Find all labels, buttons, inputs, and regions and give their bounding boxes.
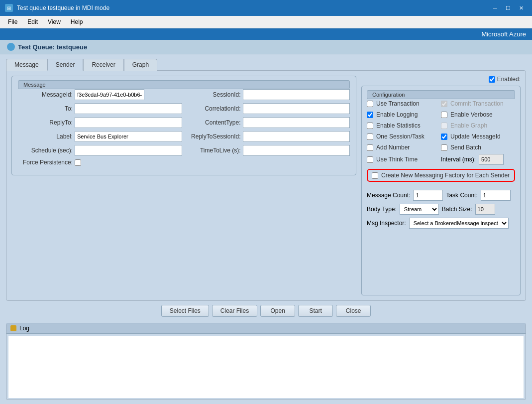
to-row: To:	[18, 103, 182, 114]
close-button[interactable]: Close	[336, 305, 371, 317]
enabled-label: Enabled:	[497, 76, 521, 83]
menu-file[interactable]: File	[4, 17, 21, 26]
label-label: Label:	[18, 133, 73, 140]
tab-receiver[interactable]: Receiver	[83, 59, 123, 71]
schedule-input[interactable]	[75, 145, 182, 156]
create-factory-checkbox[interactable]	[372, 172, 378, 179]
sessionid-label: SessionId:	[186, 91, 241, 98]
tab-bar: Message Sender Receiver Graph	[0, 54, 532, 70]
clear-files-button[interactable]: Clear Files	[212, 305, 257, 317]
timetolive-input[interactable]	[243, 145, 350, 156]
force-persistence-row: Force Persistence:	[18, 159, 182, 166]
force-persistence-label: Force Persistence:	[18, 159, 73, 166]
correlationid-row: CorrelationId:	[186, 103, 350, 114]
enable-statistics-checkbox[interactable]	[367, 123, 373, 129]
contenttype-input[interactable]	[243, 117, 350, 128]
replyto-input[interactable]	[75, 117, 182, 128]
to-input[interactable]	[75, 103, 182, 114]
maximize-button[interactable]: ☐	[502, 3, 514, 13]
tab-message[interactable]: Message	[6, 59, 47, 71]
messageid-label: MessageId:	[18, 91, 73, 98]
batch-size-input[interactable]	[475, 204, 495, 215]
create-factory-label: Create New Messaging Factory for Each Se…	[381, 172, 510, 179]
msg-inspector-select[interactable]: Select a BrokeredMessage inspector...	[409, 218, 509, 229]
use-think-time-checkbox[interactable]	[367, 156, 373, 163]
use-transaction-checkbox[interactable]	[367, 101, 373, 107]
select-files-button[interactable]: Select Files	[161, 305, 209, 317]
update-messageid-label: Update MessageId	[450, 133, 501, 140]
body-type-select[interactable]: Stream String Wcf ByteArray	[400, 204, 439, 215]
log-label: Log	[19, 325, 29, 332]
menu-edit[interactable]: Edit	[23, 17, 42, 26]
log-section: Log	[6, 323, 526, 400]
enable-graph-checkbox[interactable]	[441, 123, 447, 129]
messageid-row: MessageId:	[18, 89, 182, 100]
window-title: Test queue testqueue in MDI mode	[17, 4, 109, 11]
brand-bar: Microsoft Azure	[0, 28, 532, 40]
send-batch-label: Send Batch	[450, 144, 481, 151]
contenttype-row: ContentType:	[186, 117, 350, 128]
queue-header: Test Queue: testqueue	[0, 40, 532, 54]
schedule-label: Schedule (sec):	[18, 147, 73, 154]
timetolive-label: TimeToLive (s):	[186, 147, 241, 154]
tab-sender[interactable]: Sender	[47, 59, 84, 71]
msg-inspector-row: Msg Inspector: Select a BrokeredMessage …	[367, 218, 515, 229]
use-transaction-row: Use Transaction	[367, 99, 441, 108]
interval-input[interactable]	[479, 154, 504, 165]
force-persistence-checkbox[interactable]	[75, 159, 81, 166]
enable-statistics-row: Enable Statistics	[367, 121, 441, 130]
commit-transaction-checkbox[interactable]	[441, 101, 447, 107]
interval-label: Interval (ms):	[441, 156, 476, 163]
right-panel: Enabled: Configuration Use Transaction	[361, 76, 521, 295]
configuration-legend: Configuration	[367, 90, 515, 99]
enable-verbose-row: Enable Verbose	[441, 110, 515, 119]
update-messageid-row: Update MessageId	[441, 132, 515, 141]
update-messageid-checkbox[interactable]	[441, 134, 447, 140]
enabled-checkbox[interactable]	[489, 76, 495, 83]
content-area: Message MessageId: To:	[6, 70, 526, 301]
tab-graph[interactable]: Graph	[124, 59, 157, 71]
label-input[interactable]	[75, 131, 182, 142]
enabled-row: Enabled:	[361, 76, 521, 83]
add-number-row: Add Number	[367, 143, 441, 152]
schedule-row: Schedule (sec):	[18, 145, 182, 156]
replytosessionid-input[interactable]	[243, 131, 350, 142]
menu-bar: File Edit View Help	[0, 16, 532, 28]
add-number-label: Add Number	[376, 144, 410, 151]
enable-logging-checkbox[interactable]	[367, 112, 373, 118]
open-button[interactable]: Open	[260, 305, 295, 317]
replyto-label: ReplyTo:	[18, 119, 73, 126]
body-type-label: Body Type:	[367, 206, 397, 213]
send-batch-checkbox[interactable]	[441, 144, 447, 151]
message-count-input[interactable]	[413, 190, 443, 201]
one-session-task-checkbox[interactable]	[367, 134, 373, 140]
one-session-task-label: One Session/Task	[376, 133, 425, 140]
correlationid-input[interactable]	[243, 103, 350, 114]
config-checkboxes: Use Transaction Commit Transaction Enabl…	[367, 99, 515, 229]
queue-title: Test Queue: testqueue	[18, 43, 87, 51]
use-transaction-label: Use Transaction	[376, 100, 420, 107]
task-count-input[interactable]	[481, 190, 511, 201]
menu-help[interactable]: Help	[67, 17, 87, 26]
enable-verbose-checkbox[interactable]	[441, 112, 447, 118]
start-button[interactable]: Start	[298, 305, 333, 317]
batch-size-label: Batch Size:	[442, 206, 472, 213]
close-window-button[interactable]: ✕	[515, 3, 527, 13]
one-session-task-row: One Session/Task	[367, 132, 441, 141]
interval-row: Interval (ms):	[441, 154, 515, 165]
replytosessionid-row: ReplyToSessionId:	[186, 131, 350, 142]
queue-icon	[7, 43, 15, 51]
sessionid-row: SessionId:	[186, 89, 350, 100]
enable-logging-label: Enable Logging	[376, 111, 418, 118]
task-count-label: Task Count:	[446, 192, 477, 199]
correlationid-label: CorrelationId:	[186, 105, 241, 112]
messageid-input[interactable]	[75, 89, 144, 100]
app-window: ⊞ Test queue testqueue in MDI mode ─ ☐ ✕…	[0, 0, 532, 404]
log-icon	[10, 325, 16, 331]
app-icon: ⊞	[5, 4, 13, 12]
minimize-button[interactable]: ─	[489, 3, 501, 13]
menu-view[interactable]: View	[44, 17, 65, 26]
add-number-checkbox[interactable]	[367, 144, 373, 151]
configuration-group: Configuration Use Transaction Commit Tra…	[361, 86, 521, 295]
sessionid-input[interactable]	[243, 89, 350, 100]
